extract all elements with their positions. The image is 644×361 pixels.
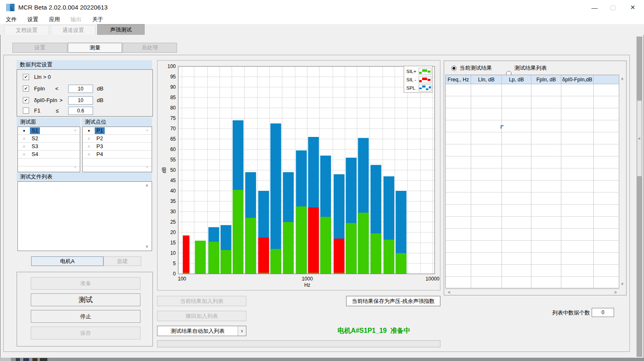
menu-item[interactable]: 设置 xyxy=(27,16,38,23)
list-item[interactable]: ○P2 xyxy=(83,135,152,143)
radio-unselected-icon: ○ xyxy=(87,137,91,141)
table-column-header[interactable]: FpIn, dB xyxy=(531,75,561,84)
table-row xyxy=(446,229,619,241)
radio-unselected-icon: ○ xyxy=(22,144,26,149)
table-cell xyxy=(561,120,594,132)
checkbox-lin[interactable]: ✔ xyxy=(23,74,29,80)
table-cell xyxy=(446,253,471,264)
svg-text:5: 5 xyxy=(173,261,176,266)
checkbox-fpin[interactable]: ✔ xyxy=(23,85,29,92)
list-item[interactable]: ○P3 xyxy=(83,143,152,151)
table-cell xyxy=(561,156,594,168)
tab-0: 文档设置 xyxy=(4,25,49,35)
list-item[interactable]: ○S2 xyxy=(18,135,80,143)
list-item[interactable]: ○S3 xyxy=(18,143,80,151)
subtab-postprocess: 后处理 xyxy=(123,43,177,53)
test-button[interactable]: 测试 xyxy=(31,293,140,306)
f1-threshold-field[interactable]: 0.6 xyxy=(68,107,93,115)
list-item[interactable]: ○P4 xyxy=(83,151,152,159)
checkbox-dpi0[interactable]: ✔ xyxy=(23,97,29,103)
close-button[interactable]: ✕ xyxy=(622,0,644,15)
svg-text:75: 75 xyxy=(170,115,176,121)
table-row xyxy=(446,277,619,288)
tab-2[interactable]: 声强测试 xyxy=(97,24,145,35)
menu-item[interactable]: 应用 xyxy=(49,16,60,23)
table-cell xyxy=(561,193,594,204)
table-cell xyxy=(471,84,502,96)
table-column-header[interactable]: LIn, dB xyxy=(471,75,502,84)
table-cell xyxy=(561,180,594,192)
menu-item[interactable]: 文件 xyxy=(6,16,17,23)
list-item[interactable]: ●P1 xyxy=(83,127,152,135)
menu-item[interactable]: 关于 xyxy=(92,16,103,23)
table-cell xyxy=(594,168,619,180)
criteria-op-f1: ≤ xyxy=(56,107,59,114)
table-cell xyxy=(502,277,531,288)
title-bar: MCR Beta 2.02.0.004 20220613 — ▢ ✕ xyxy=(0,0,644,15)
fpin-threshold-field[interactable]: 10 xyxy=(68,85,93,93)
table-cell xyxy=(531,156,561,168)
svg-text:1000: 1000 xyxy=(302,276,313,282)
counter-label: 列表中数据个数 xyxy=(515,309,590,317)
table-cell xyxy=(531,229,561,240)
table-cell xyxy=(594,180,619,192)
results-scroll-down-icon[interactable]: ∨ xyxy=(621,281,624,286)
surface-scroll-down-icon[interactable]: ▼ xyxy=(74,166,77,169)
table-cell xyxy=(502,217,531,228)
point-scroll-up-icon[interactable]: ▲ xyxy=(145,128,149,132)
table-cell xyxy=(502,144,531,156)
auto-add-dropdown[interactable]: 测试结果自动加入列表 ∨ xyxy=(157,326,246,336)
checkbox-f1[interactable] xyxy=(23,107,29,114)
table-cell xyxy=(446,265,471,276)
file-list[interactable] xyxy=(17,181,152,251)
table-cell xyxy=(446,193,471,204)
file-scroll-down-icon[interactable]: ∨ xyxy=(145,244,148,249)
criteria-op-fpin: < xyxy=(55,85,59,92)
table-cell xyxy=(531,84,561,96)
chart-panel: 0510152025303540455055606570758085909510… xyxy=(157,60,440,290)
table-column-header[interactable]: Lp, dB xyxy=(502,75,531,84)
table-row xyxy=(446,265,619,277)
subtab-measure[interactable]: 测量 xyxy=(68,43,122,53)
table-column-header[interactable]: δpI0-FpIn,dB xyxy=(561,75,594,84)
surface-scroll-up-icon[interactable]: ▲ xyxy=(74,128,77,132)
table-column-header[interactable] xyxy=(594,75,619,84)
criteria-label-f1: F1 xyxy=(34,107,40,114)
dpi0-threshold-field[interactable]: 10 xyxy=(68,96,93,105)
list-item[interactable]: ○S4 xyxy=(18,151,80,159)
stop-button[interactable]: 停止 xyxy=(31,310,140,323)
auto-add-dropdown-value: 测试结果自动加入列表 xyxy=(157,327,238,335)
chevron-down-icon[interactable]: ∨ xyxy=(238,326,246,336)
save-as-index-button[interactable]: 当前结果保存为声压-残余声强指数 xyxy=(346,296,440,306)
point-scroll-down-icon[interactable]: ▼ xyxy=(145,166,149,169)
table-column-header[interactable]: Freq., Hz xyxy=(446,75,471,84)
motor-a-button[interactable]: 电机A xyxy=(31,256,103,266)
radio-current-result[interactable] xyxy=(451,66,457,71)
list-item[interactable]: ●S1 xyxy=(18,127,80,135)
side-splitter xyxy=(637,37,642,357)
table-cell xyxy=(502,168,531,180)
svg-text:45: 45 xyxy=(170,178,176,183)
counter-field[interactable]: 0 xyxy=(592,308,614,317)
results-hscrollbar[interactable] xyxy=(445,289,619,295)
table-cell xyxy=(502,253,531,264)
results-scroll-up-icon[interactable]: ∧ xyxy=(621,76,624,81)
prepare-button: 准备 xyxy=(31,277,140,290)
svg-text:80: 80 xyxy=(170,105,176,111)
panel-expand-handle[interactable]: < xyxy=(637,100,642,176)
svg-text:10000: 10000 xyxy=(425,276,440,282)
svg-text:50: 50 xyxy=(170,167,176,173)
results-scroll-left-icon[interactable]: < xyxy=(448,289,450,295)
table-cell xyxy=(471,253,502,264)
table-cell xyxy=(561,132,594,144)
table-cell xyxy=(471,265,502,276)
table-cell xyxy=(561,277,594,288)
file-scroll-up-icon[interactable]: ∧ xyxy=(145,183,148,188)
table-row xyxy=(446,180,619,193)
results-scroll-right-icon[interactable]: > xyxy=(614,289,617,295)
results-vscrollbar[interactable] xyxy=(619,75,626,288)
table-cell xyxy=(531,108,561,120)
radio-unselected-icon: ○ xyxy=(22,152,26,156)
minimize-button[interactable]: — xyxy=(585,0,604,15)
point-list-header: 测试点位 xyxy=(81,117,152,127)
